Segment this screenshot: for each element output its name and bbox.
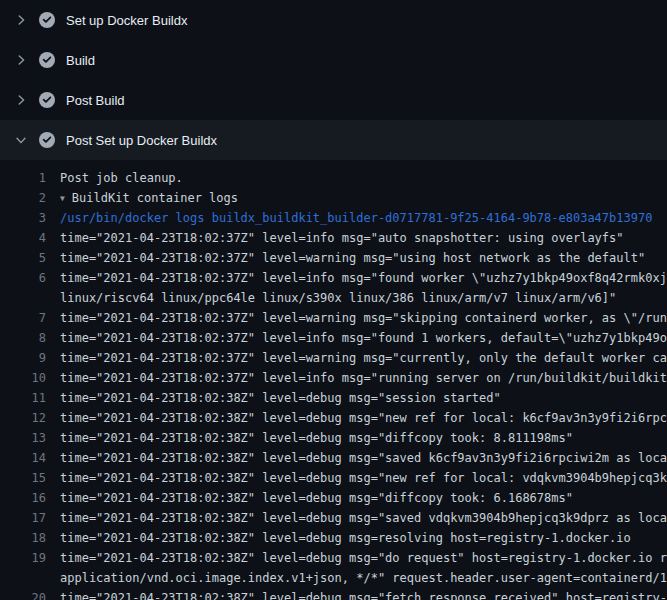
line-number[interactable]: 7 [0,308,46,328]
step-row[interactable]: Post Build [0,80,667,120]
line-text: time="2021-04-23T18:02:38Z" level=debug … [46,548,667,568]
step-title: Set up Docker Buildx [66,13,187,28]
log-lines: 1 Post job cleanup. 2 ▼BuildKit containe… [0,160,667,600]
actions-log-viewer: Set up Docker Buildx Build P [0,0,667,600]
line-text: time="2021-04-23T18:02:37Z" level=info m… [46,228,667,248]
log-row: 20 time="2021-04-23T18:02:38Z" level=deb… [0,588,667,600]
log-row: 7 time="2021-04-23T18:02:37Z" level=warn… [0,308,667,328]
step-row[interactable]: Post Set up Docker Buildx [0,120,667,160]
line-number[interactable]: 16 [0,488,46,508]
line-number[interactable]: 19 [0,548,46,568]
line-number[interactable]: 10 [0,368,46,388]
line-number[interactable]: 13 [0,428,46,448]
line-text: time="2021-04-23T18:02:38Z" level=debug … [46,528,667,548]
chevron-right-icon [13,12,29,28]
line-number[interactable]: 3 [0,208,46,228]
chevron-down-icon [13,132,29,148]
step-title: Build [66,53,95,68]
line-text: Post job cleanup. [46,168,667,188]
chevron-right-icon [13,52,29,68]
line-number[interactable]: 20 [0,588,46,600]
line-text: time="2021-04-23T18:02:38Z" level=debug … [46,408,667,428]
line-text: time="2021-04-23T18:02:38Z" level=debug … [46,388,667,408]
line-text: time="2021-04-23T18:02:38Z" level=debug … [46,448,667,468]
line-number[interactable]: 8 [0,328,46,348]
line-number[interactable]: 6 [0,268,46,288]
log-row: 8 time="2021-04-23T18:02:37Z" level=info… [0,328,667,348]
steps-list: Set up Docker Buildx Build P [0,0,667,160]
line-text: time="2021-04-23T18:02:37Z" level=warnin… [46,348,667,368]
line-text: time="2021-04-23T18:02:38Z" level=debug … [46,468,667,488]
line-number[interactable]: 11 [0,388,46,408]
step-title: Post Set up Docker Buildx [66,133,217,148]
log-row: 3 /usr/bin/docker logs buildx_buildkit_b… [0,208,667,228]
log-row: 9 time="2021-04-23T18:02:37Z" level=warn… [0,348,667,368]
check-circle-icon [39,12,55,28]
log-row: 17 time="2021-04-23T18:02:38Z" level=deb… [0,508,667,528]
line-number[interactable]: 9 [0,348,46,368]
log-row: 18 time="2021-04-23T18:02:38Z" level=deb… [0,528,667,548]
log-row: 1 Post job cleanup. [0,168,667,188]
log-row: 14 time="2021-04-23T18:02:38Z" level=deb… [0,448,667,468]
log-row: 10 time="2021-04-23T18:02:37Z" level=inf… [0,368,667,388]
log-row: 19 time="2021-04-23T18:02:38Z" level=deb… [0,548,667,568]
line-text: linux/riscv64 linux/ppc64le linux/s390x … [46,288,667,308]
line-number[interactable]: 17 [0,508,46,528]
log-row: application/vnd.oci.image.index.v1+json,… [0,568,667,588]
group-toggle-icon[interactable]: ▼ [60,189,65,208]
line-text: time="2021-04-23T18:02:38Z" level=debug … [46,488,667,508]
line-text: application/vnd.oci.image.index.v1+json,… [46,568,667,588]
log-row: linux/riscv64 linux/ppc64le linux/s390x … [0,288,667,308]
line-number[interactable]: 18 [0,528,46,548]
check-circle-icon [39,132,55,148]
line-text: /usr/bin/docker logs buildx_buildkit_bui… [46,208,667,228]
step-row[interactable]: Set up Docker Buildx [0,0,667,40]
line-text: time="2021-04-23T18:02:37Z" level=warnin… [46,248,667,268]
line-number[interactable]: 1 [0,168,46,188]
line-text: time="2021-04-23T18:02:38Z" level=debug … [46,588,667,600]
check-circle-icon [39,52,55,68]
log-row: 15 time="2021-04-23T18:02:38Z" level=deb… [0,468,667,488]
log-row: 4 time="2021-04-23T18:02:37Z" level=info… [0,228,667,248]
line-number[interactable]: 5 [0,248,46,268]
log-row: 13 time="2021-04-23T18:02:38Z" level=deb… [0,428,667,448]
log-row: 16 time="2021-04-23T18:02:38Z" level=deb… [0,488,667,508]
log-row: 2 ▼BuildKit container logs [0,188,667,208]
line-text: time="2021-04-23T18:02:37Z" level=info m… [46,328,667,348]
log-row: 11 time="2021-04-23T18:02:38Z" level=deb… [0,388,667,408]
log-row: 5 time="2021-04-23T18:02:37Z" level=warn… [0,248,667,268]
line-number[interactable]: 4 [0,228,46,248]
log-row: 12 time="2021-04-23T18:02:38Z" level=deb… [0,408,667,428]
step-row[interactable]: Build [0,40,667,80]
line-text: time="2021-04-23T18:02:37Z" level=warnin… [46,308,667,328]
log-row: 6 time="2021-04-23T18:02:37Z" level=info… [0,268,667,288]
line-number[interactable]: 12 [0,408,46,428]
step-title: Post Build [66,93,125,108]
line-text: time="2021-04-23T18:02:37Z" level=info m… [46,268,667,288]
line-number[interactable]: 2 [0,188,46,208]
line-number[interactable]: 14 [0,448,46,468]
line-text: time="2021-04-23T18:02:38Z" level=debug … [46,508,667,528]
line-text: time="2021-04-23T18:02:38Z" level=debug … [46,428,667,448]
line-number[interactable] [0,288,46,308]
check-circle-icon [39,92,55,108]
line-text: time="2021-04-23T18:02:37Z" level=info m… [46,368,667,388]
line-number[interactable] [0,568,46,588]
line-number[interactable]: 15 [0,468,46,488]
line-text[interactable]: ▼BuildKit container logs [46,188,667,208]
chevron-right-icon [13,92,29,108]
